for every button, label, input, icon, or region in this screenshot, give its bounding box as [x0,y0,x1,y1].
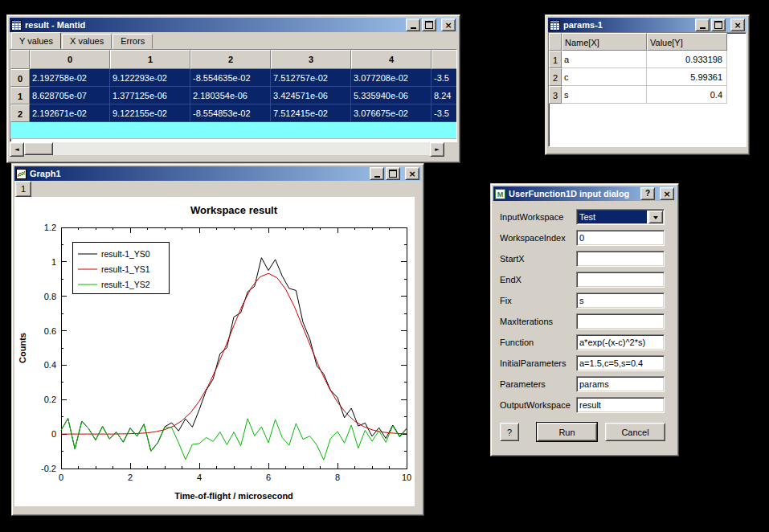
current-row-highlight[interactable] [10,122,457,139]
maximize-button[interactable] [422,18,436,31]
field-label-startx: StartX [500,254,576,264]
table-cell[interactable]: 2.180354e-06 [190,87,271,104]
table-cell[interactable]: 3.424571e-06 [271,87,351,104]
x-tick-label: 2 [128,473,133,482]
desktop: result - Mantid × Y valuesX valuesErrors… [0,0,769,532]
chevron-down-icon [653,216,658,222]
function-input[interactable] [576,334,665,350]
corner-cell[interactable] [10,50,30,69]
param-value-cell[interactable]: 0.4 [647,86,727,104]
corner-cell[interactable] [549,33,562,51]
row-header[interactable]: 0 [10,69,30,87]
minimize-button[interactable] [370,167,384,180]
table-header-row: 012345 [10,50,457,69]
table-cell[interactable]: -3.5 [432,69,457,87]
workspaceindex-input[interactable] [576,230,665,246]
y-tick-label: -0.2 [41,464,56,473]
table-cell[interactable]: 5.335940e-06 [351,87,432,104]
param-value-cell[interactable]: 0.933198 [647,51,727,68]
graph-titlebar[interactable]: Graph1 × [14,166,421,181]
initialparameters-input[interactable] [576,355,665,371]
titlebar-help-button[interactable]: ? [640,187,655,200]
column-header[interactable]: Value[Y] [647,33,727,51]
close-button[interactable]: × [730,18,745,31]
help-button[interactable]: ? [500,423,519,441]
field-label-function: Function [500,338,576,347]
table-cell[interactable]: 3.076675e-02 [351,104,432,122]
endx-input[interactable] [576,272,665,288]
table-cell[interactable]: -8.554853e-02 [190,104,271,122]
param-name-cell[interactable]: a [562,51,647,68]
field-label-fix: Fix [500,296,576,305]
close-button[interactable]: × [660,187,674,200]
legend-label: result-1_YS2 [101,280,150,289]
scrollbar-thumb[interactable] [24,142,53,155]
scrollbar-track[interactable] [24,142,430,155]
table-cell[interactable]: 7.512415e-02 [271,104,351,122]
result-window: result - Mantid × Y valuesX valuesErrors… [6,14,460,163]
close-icon: × [663,190,670,198]
fix-input[interactable] [576,293,665,309]
close-button[interactable]: × [441,18,456,31]
close-button[interactable]: × [405,167,419,180]
params-table: Name[X]Value[Y]1a0.9331982c5.993613s0.4 [548,32,747,147]
param-value-cell[interactable]: 5.99361 [647,68,727,86]
column-header[interactable]: 4 [351,50,432,69]
field-label-outputworkspace: OutputWorkspace [500,400,576,410]
parameters-input[interactable] [576,376,665,392]
tab-y-values[interactable]: Y values [11,32,61,49]
plot-canvas[interactable]: Workspace result0246810-0.200.20.40.60.8… [14,197,415,506]
row-header[interactable]: 1 [549,51,562,68]
table-cell[interactable]: 2.192671e-02 [30,104,110,122]
dialog-titlebar[interactable]: M UserFunction1D input dialog ? × [493,186,676,201]
table-cell[interactable]: -3.5 [432,104,457,122]
table-cell[interactable]: 8.628705e-07 [30,87,110,104]
row-header[interactable]: 2 [549,68,562,86]
row-header[interactable]: 1 [10,87,30,104]
table-cell[interactable]: 2.192758e-02 [30,69,110,87]
field-row-function: Function [500,334,669,350]
table-cell[interactable]: -8.554635e-02 [190,69,271,87]
param-name-cell[interactable]: c [562,68,647,86]
run-button[interactable]: Run [537,423,597,441]
outputworkspace-input[interactable] [576,397,665,413]
row-header[interactable]: 3 [549,86,562,104]
layer-tab-1[interactable]: 1 [15,181,31,197]
column-header[interactable]: 2 [190,50,271,69]
scroll-right-button[interactable]: ► [430,142,444,157]
maximize-button[interactable] [711,18,726,31]
table-cell[interactable]: 8.24 [432,87,457,104]
row-header[interactable]: 2 [10,104,30,122]
minimize-button[interactable] [695,18,710,31]
y-tick-label: 0.6 [44,326,56,336]
tab-x-values[interactable]: X values [62,34,112,49]
maximize-button[interactable] [386,167,400,180]
x-tick-label: 4 [197,473,202,482]
column-header[interactable]: 5 [432,50,457,69]
result-titlebar[interactable]: result - Mantid × [10,18,457,32]
column-header[interactable]: 0 [30,50,110,69]
result-window-title: result - Mantid [23,20,404,30]
table-cell[interactable]: 7.512757e-02 [271,69,351,87]
startx-input[interactable] [576,251,665,267]
table-cell[interactable]: 9.122293e-02 [110,69,190,87]
table-cell[interactable]: 1.377125e-06 [110,87,190,104]
inputworkspace-combo[interactable]: Test [576,209,665,225]
tab-errors[interactable]: Errors [112,34,153,49]
column-header[interactable]: 3 [271,50,351,69]
y-tick-label: 1.2 [44,223,56,232]
minimize-button[interactable] [406,18,420,31]
horizontal-scrollbar[interactable]: ◄ ► [10,142,457,155]
table-cell[interactable]: 3.077208e-02 [351,69,432,87]
cancel-button[interactable]: Cancel [605,423,665,441]
column-header[interactable]: 1 [110,50,190,69]
dialog-title: UserFunction1D input dialog [507,189,639,198]
resize-grip[interactable] [444,142,457,155]
table-cell[interactable]: 9.122155e-02 [110,104,190,122]
combo-dropdown-button[interactable] [648,211,663,223]
column-header[interactable]: Name[X] [562,33,647,51]
scroll-left-button[interactable]: ◄ [10,142,24,157]
maxiterations-input[interactable] [576,313,665,329]
params-titlebar[interactable]: params-1 × [548,18,747,32]
param-name-cell[interactable]: s [562,86,647,104]
